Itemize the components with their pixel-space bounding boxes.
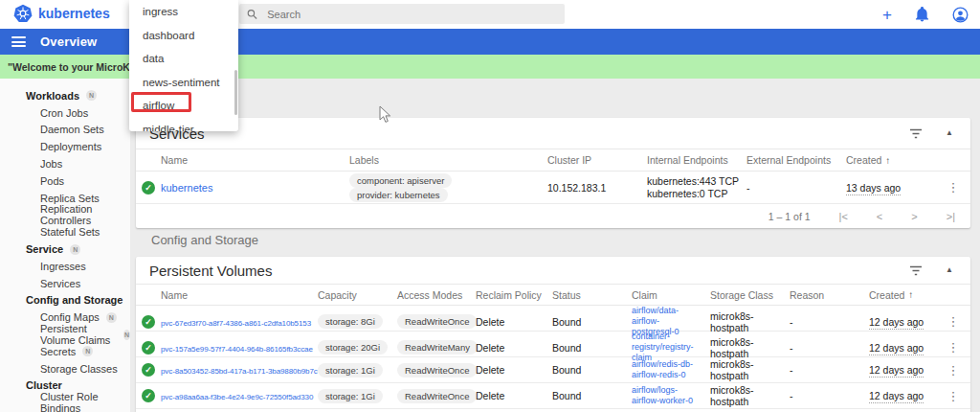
namespace-option-data[interactable]: data [129,47,238,71]
capacity-chip: storage: 1Gi [318,389,383,403]
account-circle-icon[interactable] [952,7,969,23]
pv-name-link[interactable]: pvc-67ed3f70-a8f7-4386-a861-c2dfa10b5153 [161,319,311,328]
row-menu-icon[interactable]: ⋮ [943,180,970,195]
sidebar-item-deployments[interactable]: Deployments [0,138,130,155]
sidebar-item-persistent-volume-claims[interactable]: Persistent Volume Claims N [0,326,130,343]
created-value: 13 days ago [846,182,901,195]
col-cluster-ip[interactable]: Cluster IP [547,154,647,166]
row-menu-icon[interactable]: ⋮ [943,314,970,329]
sidebar-item-services[interactable]: Services [0,275,130,292]
status-ok-icon: ✓ [142,363,155,377]
col-status[interactable]: Status [552,289,632,301]
namespace-option-dashboard[interactable]: dashboard [129,24,238,48]
persistent-volumes-card: Persistent Volumes ▲ Name Capacity Acces… [136,257,970,412]
access-mode-chip: ReadWriteOnce [397,363,477,378]
claim-link[interactable]: airflow/redis-db-airflow-redis-0 [632,359,704,380]
sidebar-section-service[interactable]: Service N [0,240,130,258]
first-page-icon[interactable]: |< [839,211,848,222]
row-menu-icon[interactable]: ⋮ [943,389,970,403]
access-mode-chip: ReadWriteOnce [397,314,477,329]
namespaced-badge: N [86,90,97,101]
highlight-annotation-box [131,92,191,112]
sidebar-nav: Workloads N Cron Jobs Daemon Sets Deploy… [0,79,130,412]
namespaced-badge: N [82,346,93,356]
dropdown-scrollbar[interactable] [234,70,237,115]
col-name[interactable]: Name [161,154,349,166]
reclaim-policy-value: Delete [476,342,552,354]
reclaim-policy-value: Delete [476,316,552,328]
sidebar-section-config-and-storage[interactable]: Config and Storage [0,292,130,309]
notifications-bell-icon[interactable] [915,7,929,22]
col-created[interactable]: Created ↑ [869,289,943,301]
previous-page-icon[interactable]: < [877,211,882,222]
col-labels[interactable]: Labels [349,154,547,166]
col-capacity[interactable]: Capacity [318,289,397,301]
col-reason[interactable]: Reason [790,289,869,301]
col-reclaim-policy[interactable]: Reclaim Policy [476,289,552,301]
menu-hamburger-icon[interactable] [11,36,26,47]
search-icon [247,9,257,20]
namespaced-badge: N [106,312,117,323]
filter-icon[interactable] [909,128,923,139]
mouse-cursor [379,105,391,127]
pv-name-link[interactable]: pvc-157a5e99-57f7-4404-964b-86165fb3ccae [161,345,313,354]
capacity-chip: storage: 1Gi [318,363,383,378]
created-value: 12 days ago [869,342,924,355]
pv-table-header: Name Capacity Access Modes Reclaim Polic… [136,284,970,306]
search-input[interactable] [267,9,557,20]
sidebar-section-workloads[interactable]: Workloads N [0,87,130,104]
namespace-option-news-sentiment[interactable]: news-sentiment [129,71,238,95]
sidebar-item-pods[interactable]: Pods [0,172,130,190]
pagination-range: 1 – 1 of 1 [768,211,811,222]
next-page-icon[interactable]: > [911,211,917,222]
sidebar-item-replication-controllers[interactable]: Replication Controllers [0,207,130,224]
created-value: 12 days ago [869,390,924,403]
services-pagination: 1 – 1 of 1 |< < > >| [136,204,970,228]
last-page-icon[interactable]: >| [947,211,955,222]
kubernetes-logo[interactable]: kubernetes [13,4,110,23]
status-value: Bound [552,364,632,376]
sidebar-item-cluster-role-bindings[interactable]: Cluster Role Bindings [0,394,130,411]
filter-icon[interactable] [909,265,923,276]
collapse-card-icon[interactable]: ▲ [946,129,953,137]
capacity-chip: storage: 20Gi [318,340,388,355]
reason-value: - [790,364,869,376]
services-card: Services ▲ Name Labels Cluster IP Intern… [136,118,970,228]
pv-name-link[interactable]: pvc-8a503452-85bd-417a-b171-3ba9880b9b7c [161,367,318,376]
table-row: ✓ pvc-a98aa6aa-f3be-4e24-9e9c-72550f5ad3… [136,383,970,409]
create-resource-button[interactable]: + [882,7,892,23]
internal-endpoints-value: kubernetes:443 TCP kubernetes:0 TCP [647,175,746,200]
pv-name-link[interactable]: pvc-a98aa6aa-f3be-4e24-9e9c-72550f5ad330 [161,393,313,401]
table-row: ✓ pvc-8a503452-85bd-417a-b171-3ba9880b9b… [136,357,970,383]
collapse-card-icon[interactable]: ▲ [946,266,953,274]
claim-link[interactable]: airflow/logs-airflow-worker-0 [632,385,704,406]
main-content: Services ▲ Name Labels Cluster IP Intern… [130,79,980,412]
sidebar-item-storage-classes[interactable]: Storage Classes [0,360,130,378]
col-internal-endpoints[interactable]: Internal Endpoints [647,154,746,166]
col-external-endpoints[interactable]: External Endpoints [746,154,846,166]
label-chip: component: apiserver [349,173,452,188]
row-menu-icon[interactable]: ⋮ [943,340,970,355]
sidebar-item-cron-jobs[interactable]: Cron Jobs [0,104,130,122]
external-endpoints-value: - [746,182,846,194]
sidebar-item-daemon-sets[interactable]: Daemon Sets [0,122,130,139]
table-row: ✓ kubernetes component: apiserver provid… [136,172,970,204]
namespace-option-middle-tier[interactable]: middle-tier [129,118,238,132]
status-ok-icon: ✓ [142,389,155,402]
kubernetes-helm-icon [13,4,33,23]
sidebar-item-ingresses[interactable]: Ingresses [0,258,130,275]
storage-class-value: microk8s-hostpath [710,384,790,407]
col-claim[interactable]: Claim [632,289,710,301]
search-box[interactable] [239,4,565,24]
namespace-option-ingress[interactable]: ingress [129,0,238,24]
col-access-modes[interactable]: Access Modes [397,289,476,301]
sidebar-item-jobs[interactable]: Jobs [0,155,130,172]
col-name[interactable]: Name [161,289,318,301]
row-menu-icon[interactable]: ⋮ [943,363,970,378]
service-name-link[interactable]: kubernetes [161,182,212,194]
col-created[interactable]: Created ↑ [846,154,943,166]
access-mode-chip: ReadWriteOnce [397,389,477,403]
created-value: 12 days ago [869,316,924,330]
col-storage-class[interactable]: Storage Class [710,289,790,301]
page-title: Overview [40,34,97,49]
